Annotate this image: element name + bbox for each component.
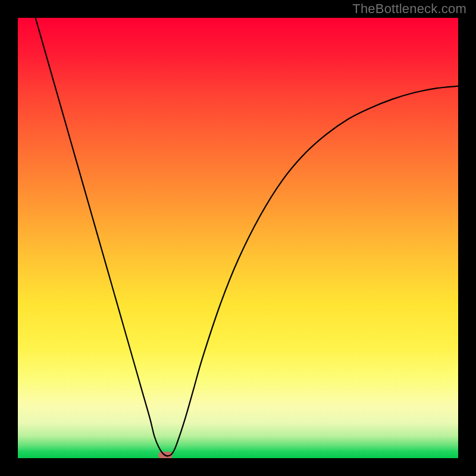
bottleneck-curve xyxy=(36,18,458,456)
plot-area xyxy=(18,18,458,458)
curve-svg xyxy=(18,18,458,458)
watermark-text: TheBottleneck.com xyxy=(352,1,466,17)
chart-frame: TheBottleneck.com xyxy=(0,0,476,476)
